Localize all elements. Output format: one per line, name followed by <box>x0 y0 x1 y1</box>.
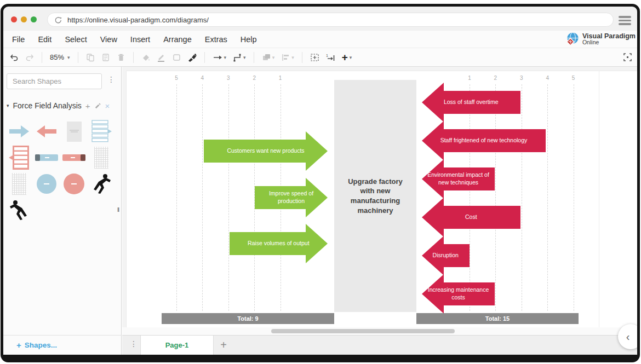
format-painter-button[interactable] <box>187 53 197 62</box>
svg-text:1: 1 <box>326 54 328 57</box>
menu-bar: FileEditSelectViewInsertArrangeExtrasHel… <box>1 31 640 48</box>
section-collapse-icon[interactable]: ▾ <box>7 103 9 108</box>
menu-item-file[interactable]: File <box>5 35 31 44</box>
zoom-select[interactable]: 85% ▾ <box>50 53 70 61</box>
traffic-light-close[interactable] <box>11 16 17 22</box>
chevron-left-icon: ‹ <box>626 331 630 343</box>
brand-globe-icon <box>565 32 580 47</box>
align-button[interactable]: ▾ <box>281 53 294 62</box>
fill-color-button[interactable] <box>141 53 150 62</box>
plus-icon: + <box>342 53 348 62</box>
chevron-down-icon: ▾ <box>272 55 275 60</box>
plus-icon: + <box>16 340 21 350</box>
stencil-section-header[interactable]: ▾ Force Field Analysis + × <box>7 100 119 112</box>
sidebar-menu-icon[interactable]: ⋮ <box>107 77 115 82</box>
add-shapes-label: Shapes... <box>25 341 57 349</box>
search-shapes-input[interactable] <box>12 77 110 86</box>
pages-menu-icon[interactable]: ⋮ <box>130 341 138 346</box>
fullscreen-button[interactable] <box>623 53 632 64</box>
chevron-down-icon: ▾ <box>67 55 70 60</box>
shapes-sidebar: ⋮ ▾ Force Field Analysis + × ‖ <box>1 67 122 335</box>
chevron-down-icon: ▾ <box>291 55 294 60</box>
traffic-light-minimize[interactable] <box>21 16 27 22</box>
menu-item-help[interactable]: Help <box>234 35 264 44</box>
shape-note-card[interactable] <box>60 118 88 145</box>
paste-button[interactable] <box>101 53 110 62</box>
menu-item-view[interactable]: View <box>94 35 124 44</box>
shape-person-push-left[interactable] <box>5 197 33 223</box>
menu-item-select[interactable]: Select <box>58 35 93 44</box>
brand-subname: Online <box>582 39 636 45</box>
reload-icon[interactable] <box>54 16 62 24</box>
add-stencil-icon[interactable]: + <box>85 101 90 111</box>
marquee-select-button[interactable] <box>310 53 319 62</box>
page-tab[interactable]: Page-1 <box>140 336 214 355</box>
insert-shape-button[interactable]: + ▾ <box>342 53 352 62</box>
menu-item-arrange[interactable]: Arrange <box>157 35 198 44</box>
menu-item-insert[interactable]: Insert <box>124 35 157 44</box>
shape-arrow-right-blue[interactable] <box>5 118 33 145</box>
shape-person-push-right[interactable] <box>88 171 115 197</box>
shape-list-blue[interactable] <box>88 118 115 145</box>
diagram-canvas[interactable] <box>122 67 640 327</box>
chevron-down-icon: ▾ <box>224 55 227 60</box>
url-bar[interactable]: https://online.visual-paradigm.com/diagr… <box>47 13 614 27</box>
canvas-top-gutter <box>126 67 640 71</box>
zoom-value: 85% <box>50 53 64 61</box>
shape-arrow-left-red[interactable] <box>33 118 60 145</box>
undo-button[interactable] <box>10 53 19 62</box>
shape-bar-red[interactable] <box>60 145 88 171</box>
horizontal-scrollbar-thumb[interactable] <box>271 329 455 333</box>
edit-stencil-icon[interactable] <box>94 102 101 109</box>
menu-item-extras[interactable]: Extras <box>198 35 234 44</box>
browser-window: https://online.visual-paradigm.com/diagr… <box>0 0 641 364</box>
shape-circle-red[interactable] <box>60 171 88 197</box>
browser-title-bar: https://online.visual-paradigm.com/diagr… <box>1 4 640 31</box>
add-shapes-bar[interactable]: + Shapes... <box>1 335 122 355</box>
add-page-button[interactable]: + <box>216 338 231 352</box>
connector-style-button[interactable]: ▾ <box>233 53 246 62</box>
fit-page-button[interactable]: 1 <box>326 53 335 62</box>
copy-button[interactable] <box>86 53 95 62</box>
shape-style-button[interactable] <box>172 53 181 62</box>
delete-button[interactable] <box>117 53 125 62</box>
panel-resize-handle[interactable]: ‖ <box>117 207 120 213</box>
page-bar: ⋮ Page-1 + <box>122 335 640 355</box>
shape-circle-blue[interactable] <box>33 171 60 197</box>
menu-item-edit[interactable]: Edit <box>31 35 58 44</box>
toolbar: 85% ▾ ▾ ▾ <box>1 48 640 67</box>
arrow-style-button[interactable]: ▾ <box>213 53 227 62</box>
layers-button[interactable]: ▾ <box>262 53 275 62</box>
shape-bar-blue[interactable] <box>33 145 60 171</box>
canvas-left-gutter <box>122 67 127 327</box>
browser-menu-icon[interactable] <box>619 16 631 25</box>
collapse-panel-button[interactable]: ‹ <box>618 324 641 349</box>
chevron-down-icon: ▾ <box>243 55 246 60</box>
shape-grid-small[interactable] <box>5 171 33 197</box>
shape-palette <box>5 118 117 223</box>
traffic-light-maximize[interactable] <box>31 16 37 22</box>
search-shapes-box[interactable] <box>7 73 102 89</box>
chevron-down-icon: ▾ <box>350 55 352 60</box>
page-tab-label: Page-1 <box>165 341 189 349</box>
redo-button[interactable] <box>25 53 34 62</box>
line-color-button[interactable] <box>157 53 165 62</box>
shape-grid-small[interactable] <box>88 145 115 171</box>
shape-list-red[interactable] <box>5 145 33 171</box>
brand-logo: Visual Paradigm Online <box>565 32 636 47</box>
page-boundary-line <box>599 71 599 327</box>
url-text: https://online.visual-paradigm.com/diagr… <box>67 16 209 24</box>
close-stencil-icon[interactable]: × <box>105 101 110 111</box>
section-title: Force Field Analysis <box>13 101 82 110</box>
